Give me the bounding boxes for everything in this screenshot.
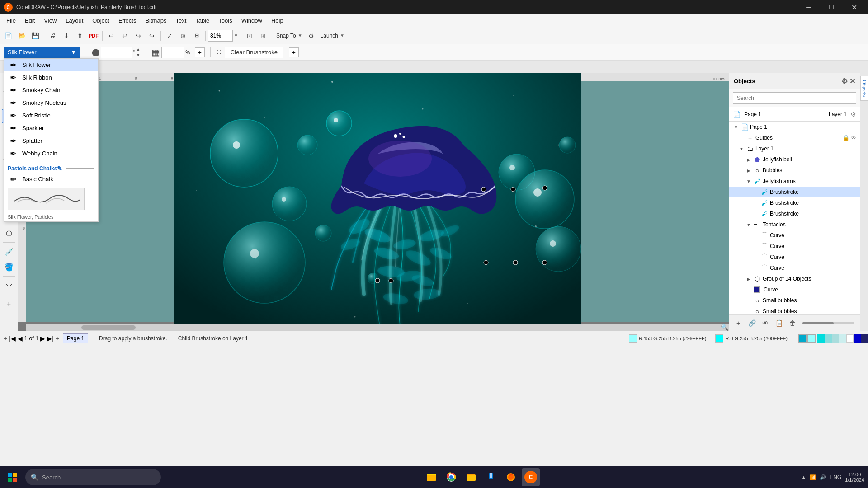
objects-settings-icon[interactable]: ⚙ [850,111,856,118]
tree-brushstroke-1[interactable]: 🖌 Brushstroke [729,187,860,197]
windows-start-button[interactable] [4,468,22,486]
tree-brushstroke-2[interactable]: 🖌 Brushstroke [729,197,860,208]
tree-curve-1[interactable]: ⌒ Curve [729,230,860,241]
undo2-button[interactable]: ↩ [118,29,131,42]
expand-bubbles[interactable]: ▶ [745,168,752,173]
swatch-teal4[interactable] [839,334,846,343]
expand-layer1[interactable]: ▼ [738,146,745,151]
tree-jf-arms[interactable]: ▼ 🖌 Jellyfish arms [729,176,860,187]
zoom-input[interactable]: 81% [208,30,233,42]
zoom-corner-button[interactable]: 🔍 [720,324,729,331]
brush-item-sparkler[interactable]: ✒ Sparkler [4,122,98,135]
menu-layout[interactable]: Layout [61,15,88,26]
page-first[interactable]: |◀ [9,335,16,342]
brush-item-splatter[interactable]: ✒ Splatter [4,135,98,147]
expand-jf-arms[interactable]: ▼ [745,179,752,184]
taskbar-phone[interactable] [482,468,500,486]
obj-btn-add-layer[interactable]: + [733,318,744,328]
brush-item-smokey-chain[interactable]: ✒ Smokey Chain [4,84,98,97]
tree-curve-4[interactable]: ⌒ Curve [729,263,860,273]
brush-item-smokey-nucleus[interactable]: ✒ Smokey Nucleus [4,97,98,109]
obj-btn-delete[interactable]: 🗑 [787,318,798,328]
pdf-button[interactable]: PDF [87,29,100,42]
taskbar-search[interactable]: 🔍 [25,469,161,485]
tree-bubbles[interactable]: ▶ ○ Bubbles [729,165,860,176]
open-button[interactable]: 📂 [15,29,28,42]
objects-close[interactable]: ✕ [849,77,855,85]
tree-curve-3[interactable]: ⌒ Curve [729,252,860,263]
taskbar-explorer[interactable] [422,468,440,486]
obj-btn-new-layer[interactable]: 📋 [774,318,784,328]
size-up[interactable]: ▲ [136,47,140,52]
canvas-hscroll[interactable] [26,324,722,331]
clear-brushstroke-button[interactable]: Clear Brushstroke [225,47,283,58]
tree-tentacles[interactable]: ▼ 〰 Tentacles [729,219,860,230]
swatch-teal2[interactable] [825,334,832,343]
menu-text[interactable]: Text [171,15,191,26]
taskbar-lang[interactable]: ENG [830,474,841,480]
obj-btn-eye[interactable]: 👁 [760,318,771,328]
obj-btn-link[interactable]: 🔗 [746,318,757,328]
minimize-button[interactable]: ─ [798,0,819,14]
taskbar-firefox[interactable] [502,468,520,486]
hscroll-thumb[interactable] [81,325,136,330]
props-tab-objects[interactable]: Objects [860,76,868,101]
swatch-teal1[interactable] [817,334,825,343]
menu-object[interactable]: Object [88,15,114,26]
menu-tools[interactable]: Tools [214,15,236,26]
swatch-white[interactable] [846,334,854,343]
page-next[interactable]: ▶ [40,335,45,342]
brush-item-webby-chain[interactable]: ✒ Webby Chain [4,147,98,160]
expand-tentacles[interactable]: ▼ [745,222,752,227]
menu-effects[interactable]: Effects [114,15,141,26]
swatch-blue[interactable] [854,334,861,343]
expand-g14[interactable]: ▶ [745,277,752,282]
expand-jf-bell[interactable]: ▶ [745,157,752,162]
redo-button[interactable]: ↪ [132,29,145,42]
tree-brushstroke-3[interactable]: 🖌 Brushstroke [729,208,860,219]
taskbar-clock[interactable]: 12:00 1/1/2024 [845,472,864,483]
menu-bitmaps[interactable]: Bitmaps [141,15,171,26]
undo-button[interactable]: ↩ [105,29,118,42]
menu-table[interactable]: Table [191,15,214,26]
zoom-dropdown[interactable]: ▼ [234,33,238,38]
tree-jf-bell[interactable]: ▶ ⬟ Jellyfish bell [729,154,860,165]
swatch-teal3[interactable] [832,334,839,343]
current-fill-color[interactable] [798,334,807,343]
taskbar-volume[interactable]: 🔊 [820,474,826,480]
brush-dropdown[interactable]: Silk Flower ▼ ✒ Silk Flower ✒ Silk Ribbo… [4,47,80,58]
menu-help[interactable]: Help [267,15,288,26]
objects-gear[interactable]: ⚙ [841,77,848,85]
view-table-button[interactable]: ⊞ [257,29,269,42]
add-page-end-button[interactable]: + [56,335,59,342]
position-button[interactable]: ⊕ [177,29,189,42]
brush-item-silk-ribbon[interactable]: ✒ Silk Ribbon [4,71,98,84]
guides-vis[interactable]: 🔒 [843,135,849,141]
menu-file[interactable]: File [2,15,20,26]
tree-page1[interactable]: ▼ 📄 Page 1 [729,122,860,132]
brush-item-basic-chalk[interactable]: ✏ Basic Chalk [4,173,98,186]
add-page-button[interactable]: + [4,335,7,342]
brush-select[interactable]: Silk Flower ▼ [4,47,80,58]
tree-small-bubbles-2[interactable]: ○ Small bubbles [729,306,860,314]
swatch-darkblue[interactable] [861,334,868,343]
brush-size-input[interactable]: 0.04568 [101,47,132,58]
taskbar-chevron[interactable]: ▲ [801,474,806,480]
transform-button[interactable]: ⤢ [163,29,176,42]
opacity-input[interactable]: 55 [161,47,184,58]
tree-curve-2[interactable]: ⌒ Curve [729,241,860,252]
tree-guides[interactable]: + Guides 🔒 👁 [729,132,860,143]
new-button[interactable]: 📄 [2,29,14,42]
tool-polygon[interactable]: ⬡ [2,226,16,240]
brush-item-soft-bristle[interactable]: ✒ Soft Bristle [4,109,98,122]
pdf2-button[interactable]: ⊞ [190,29,203,42]
guides-eye[interactable]: 👁 [851,135,856,141]
menu-window[interactable]: Window [237,15,267,26]
current-stroke-color[interactable] [807,334,816,343]
tool-blend[interactable]: 〰 [2,278,16,293]
taskbar-chrome[interactable] [442,468,460,486]
objects-search-input[interactable] [733,92,856,104]
expand-page1[interactable]: ▼ [733,125,739,130]
add-brush-button[interactable]: + [195,47,205,57]
export-button[interactable]: ⬆ [74,29,86,42]
